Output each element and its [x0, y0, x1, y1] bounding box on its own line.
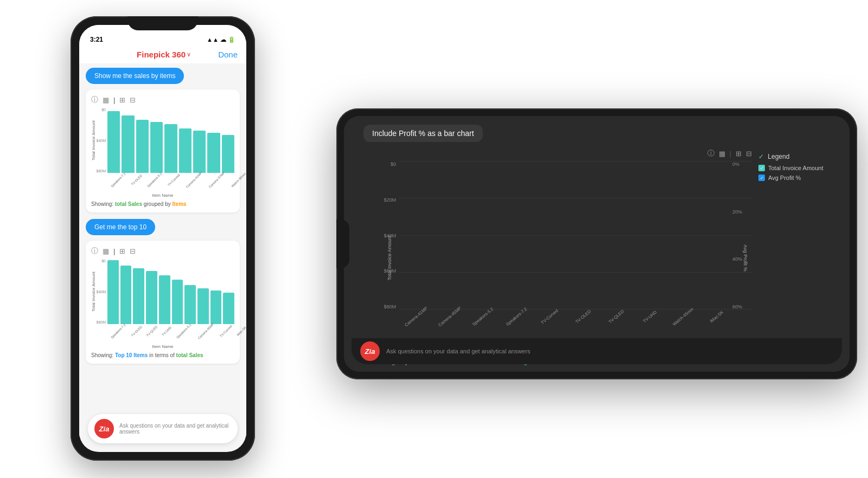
y-axis-label-1: Total Invoice Amount — [91, 108, 96, 173]
query2-bubble[interactable]: Get me the top 10 — [86, 219, 155, 235]
app-header: Finepick 360 ∨ Done — [79, 47, 246, 63]
app-name-label[interactable]: Finepick 360 ∨ — [137, 50, 191, 59]
bar-9 — [222, 135, 234, 173]
h-x-axis: Camera-41MP Camera-45MP Speakers-5.2 Spe… — [372, 309, 752, 337]
h-bars-area — [399, 162, 730, 309]
bar2-9 — [210, 290, 222, 324]
screen-horizontal: Include Profit % as a bar chart ⓘ ▦ | ⊞ … — [344, 116, 850, 372]
done-button[interactable]: Done — [218, 50, 238, 59]
h-y-axis-right: 60% 40% 20% 0% — [730, 162, 752, 309]
x-label-6: Camera-37MP — [208, 171, 225, 189]
legend-item-1[interactable]: ✓ Total Invoice Amount — [758, 165, 832, 171]
bar-chart-icon-2[interactable]: ▦ — [103, 247, 109, 255]
phone-vertical: 3:21 ▲▲ ☁ 🔋 Finepick 360 ∨ Done Show me … — [71, 16, 255, 461]
bar-chart-icon[interactable]: ▦ — [103, 96, 109, 104]
x-label-3: Speakers-5.2 — [147, 172, 163, 188]
h-x-label-4: Speakers-7.2 — [503, 305, 540, 341]
signal-icons: ▲▲ ☁ 🔋 — [207, 36, 235, 43]
x2-label-4: TV-UHD — [161, 326, 172, 337]
x2-label-2: TV-OLED — [130, 325, 142, 337]
bar2-2 — [120, 266, 132, 324]
zia-badge-vertical: Zia — [94, 419, 114, 438]
h-bar-chart-container: $80M $60M $40M $20M $0 60% 40% 20% — [372, 162, 752, 309]
x-label-7: Watch-39mm — [231, 172, 246, 188]
h-x-label-10: iMac-5K — [703, 305, 741, 341]
x-axis-2: Speakers-7.2 TV-OLED TV-QLED TV-UHD Spea… — [91, 326, 234, 333]
showing-total-2: total Sales — [176, 352, 203, 358]
legend-blue-check: ✓ — [758, 175, 765, 181]
bar2-7 — [184, 285, 196, 324]
h-grid-icon[interactable]: ⊟ — [746, 150, 752, 158]
chart1-icons: ⓘ ▦ | ⊞ ⊟ — [91, 95, 234, 105]
x2-label-8: iMac-5K — [236, 326, 246, 337]
chart1-bars: $80M $40M $0 Total Invoice Amount — [91, 108, 234, 173]
x-axis-title-1: Item Name — [91, 193, 234, 198]
info-icon[interactable]: ⓘ — [91, 95, 98, 105]
showing-text-1: Showing: total Sales grouped by Items — [91, 201, 234, 207]
chart2-icons: ⓘ ▦ | ⊞ ⊟ — [91, 246, 234, 256]
bar-3 — [136, 120, 149, 173]
h-table-icon[interactable]: ⊞ — [736, 150, 742, 158]
h-content: Include Profit % as a bar chart ⓘ ▦ | ⊞ … — [344, 116, 850, 372]
h-x-label-8: TV-UHD — [636, 305, 674, 341]
x-label-2: TV-OLED — [130, 174, 142, 186]
legend-title: ✓ Legend — [758, 153, 832, 160]
h-ask-text[interactable]: Ask questions on your data and get analy… — [386, 348, 530, 354]
h-chart-icons: ⓘ ▦ | ⊞ ⊟ — [372, 148, 752, 158]
legend-item-2[interactable]: ✓ Avg Profit % — [758, 175, 832, 181]
x-label-4: TV-Curved — [167, 173, 181, 187]
bar-1 — [107, 111, 120, 173]
bar2-4 — [146, 271, 157, 324]
bar2-3 — [133, 268, 144, 324]
x2-label-5: Speakers-5.2 — [176, 323, 192, 339]
y-axis-label-2: Total Invoice Amount — [91, 259, 96, 324]
bar-8 — [207, 133, 220, 173]
table-icon-2[interactable]: ⊞ — [119, 247, 125, 255]
zia-label-h: Zia — [365, 347, 375, 356]
x2-label-1: Speakers-7.2 — [110, 323, 126, 339]
info-icon-2[interactable]: ⓘ — [91, 246, 98, 256]
command-bubble[interactable]: Include Profit % as a bar chart — [363, 125, 483, 142]
query1-bubble[interactable]: Show me the sales by items — [86, 68, 184, 84]
x-label-5: Camera-41MP — [185, 171, 202, 189]
x-axis-1: Speakers-7.2 TV-OLED Speakers-5.2 TV-Cur… — [91, 175, 234, 182]
h-x-label-2: Camera-45MP — [436, 305, 474, 341]
h-y-axis-left: $80M $60M $40M $20M $0 — [372, 162, 399, 309]
chart2-bars: $80M $40M $0 Total Invoice Amount — [91, 259, 234, 324]
time-label: 3:21 — [90, 36, 103, 43]
bar-7 — [193, 131, 206, 173]
h-divider: | — [730, 150, 731, 158]
table-icon[interactable]: ⊞ — [119, 96, 125, 104]
phone-horizontal: Include Profit % as a bar chart ⓘ ▦ | ⊞ … — [336, 108, 857, 379]
x2-label-3: TV-QLED — [146, 325, 158, 337]
h-x-label-6: TV-OLED — [570, 305, 607, 341]
bar2-6 — [172, 280, 183, 324]
legend-label-2: Avg Profit % — [768, 175, 801, 181]
chart-card-2: ⓘ ▦ | ⊞ ⊟ $80M $40M $0 Total Invoice Amo… — [86, 241, 240, 364]
x2-label-6: Camera-45MP — [197, 322, 215, 340]
bar-6 — [179, 128, 192, 173]
h-x-label-9: Watch-45mm — [670, 305, 707, 341]
bottom-ask-bar-vertical: Zia Ask questions on your data and get a… — [88, 414, 238, 443]
ask-text-vertical[interactable]: Ask questions on your data and get analy… — [119, 423, 231, 435]
legend-check-icon: ✓ — [758, 153, 764, 160]
zia-badge-horizontal: Zia — [360, 341, 380, 361]
h-legend: ✓ Legend ✓ Total Invoice Amount ✓ Avg Pr… — [752, 148, 839, 365]
showing-total-1: total Sales — [115, 201, 142, 207]
x-axis-title-2: Item Name — [91, 344, 234, 349]
grid-icon-2[interactable]: ⊟ — [130, 247, 136, 255]
chart-card-1: ⓘ ▦ | ⊞ ⊟ $80M $40M $0 Total Invoice Amo… — [86, 89, 240, 212]
grid-icon[interactable]: ⊟ — [130, 96, 136, 104]
h-bottom-bar: Zia Ask questions on your data and get a… — [352, 338, 842, 364]
showing-text-2: Showing: Top 10 Items in terms of total … — [91, 352, 234, 358]
h-bar-icon[interactable]: ▦ — [719, 150, 725, 158]
h-info-icon[interactable]: ⓘ — [707, 148, 714, 158]
x2-label-7: TV-Curved — [219, 325, 233, 338]
screen-vertical: 3:21 ▲▲ ☁ 🔋 Finepick 360 ∨ Done Show me … — [79, 25, 246, 452]
bar-4 — [150, 122, 163, 173]
bar2-1 — [107, 260, 119, 324]
bar2-10 — [223, 293, 234, 324]
chevron-down-icon: ∨ — [187, 51, 191, 58]
bar2-5 — [159, 275, 170, 324]
showing-items-1: Items — [173, 201, 187, 207]
